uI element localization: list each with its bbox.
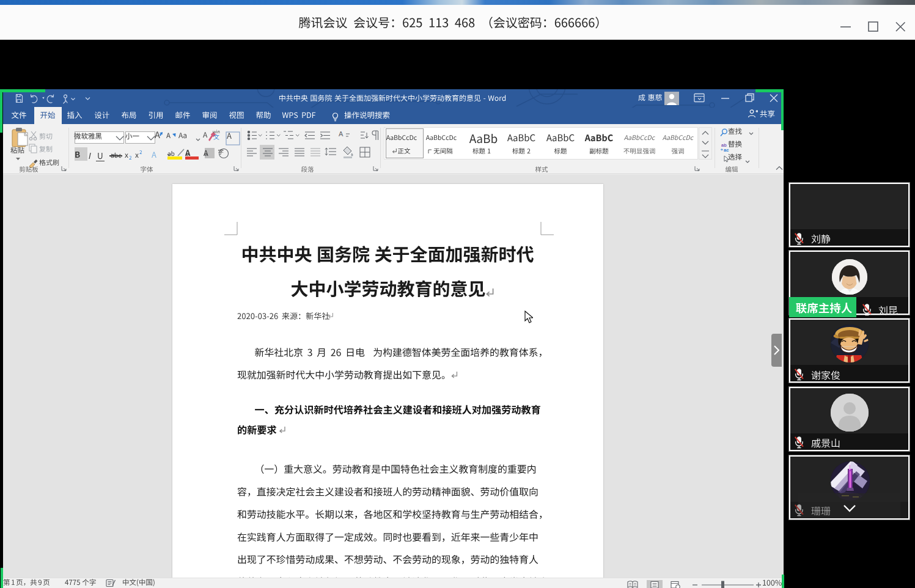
svg-text:ac: ac (724, 147, 729, 153)
svg-text:A: A (339, 130, 344, 138)
